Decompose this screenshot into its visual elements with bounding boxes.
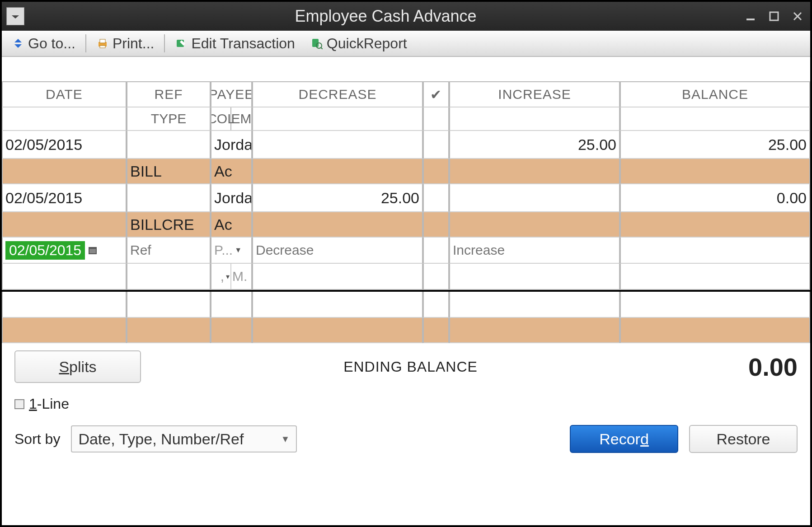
edit-icon (175, 37, 188, 50)
spacer-strip (2, 57, 810, 81)
record-button[interactable]: Record (570, 425, 678, 453)
entry-date-value[interactable]: 02/05/2015 (5, 241, 85, 260)
cell-date[interactable]: 02/05/2015 (2, 184, 127, 212)
oneline-checkbox[interactable] (14, 399, 24, 409)
col-check-sub (423, 107, 449, 131)
goto-label: Go to... (28, 35, 75, 52)
entry-decrease-sub (252, 264, 423, 290)
calendar-icon[interactable] (88, 245, 98, 255)
ref-input[interactable] (130, 243, 207, 258)
cell-increase[interactable]: 25.00 (449, 131, 620, 159)
table-row[interactable]: 02/05/2015 Jordan 25.00 0.00 (2, 184, 810, 212)
cell-decrease-sub (252, 159, 423, 184)
oneline-row: 1-Line (14, 396, 798, 412)
payee-input[interactable]: P... (214, 243, 233, 258)
col-decrease-header[interactable]: DECREASE (252, 82, 423, 107)
window-buttons (742, 8, 806, 24)
edit-transaction-button[interactable]: Edit Transaction (169, 33, 301, 54)
entry-col[interactable]: , ▾ (211, 264, 231, 289)
cell-check-sub (423, 212, 449, 238)
table-subrow[interactable]: BILLCRE Ac (2, 212, 810, 238)
empty-row (2, 292, 810, 318)
svg-rect-15 (89, 249, 96, 253)
col-decrease-sub (252, 107, 423, 131)
cell-date[interactable]: 02/05/2015 (2, 131, 127, 159)
window-title: Employee Cash Advance (29, 7, 742, 26)
entry-subrow[interactable]: , ▾ M. (2, 264, 810, 290)
col-date-sub (2, 107, 127, 131)
entry-ref[interactable] (127, 238, 211, 264)
cell-ref[interactable] (127, 184, 211, 212)
header-row: DATE REF PAYEE DECREASE ✔ INCREASE BALAN… (2, 82, 810, 107)
subheader-row: TYPE COL EM (2, 107, 810, 131)
cell-decrease-sub (252, 212, 423, 238)
entry-payee[interactable]: P... ▼ (211, 238, 252, 264)
increase-input[interactable] (453, 243, 616, 258)
cell-increase[interactable] (449, 184, 620, 212)
cell-col[interactable]: Ac (211, 212, 252, 238)
svg-marker-5 (14, 39, 22, 42)
entry-date[interactable]: 02/05/2015 (2, 238, 127, 264)
chevron-down-icon[interactable]: ▾ (226, 272, 230, 281)
entry-check[interactable] (423, 238, 449, 264)
cell-payee[interactable]: Jordan (211, 184, 252, 212)
col-increase-header[interactable]: INCREASE (449, 82, 620, 107)
svg-rect-2 (770, 12, 778, 20)
entry-decrease[interactable] (252, 238, 423, 264)
col-date-header[interactable]: DATE (2, 82, 127, 107)
titlebar: Employee Cash Advance (2, 2, 810, 31)
cell-decrease[interactable]: 25.00 (252, 184, 423, 212)
ending-balance-value: 0.00 (680, 352, 798, 382)
close-button[interactable] (789, 8, 806, 24)
col-increase-sub (449, 107, 620, 131)
entry-row[interactable]: 02/05/2015 P... ▼ (2, 238, 810, 264)
entry-check-sub (423, 264, 449, 290)
col-ref-header[interactable]: REF (127, 82, 211, 107)
table-row[interactable]: 02/05/2015 Jordan 25.00 25.00 (2, 131, 810, 159)
maximize-button[interactable] (766, 8, 782, 24)
entry-date-sub (2, 264, 127, 290)
cell-type[interactable]: BILL (127, 159, 211, 184)
svg-rect-8 (100, 39, 105, 43)
entry-em[interactable]: M. (231, 264, 251, 289)
system-menu-button[interactable] (6, 7, 24, 25)
toolbar: Go to... Print... Edit Transaction Quick… (2, 31, 810, 57)
col-check-header[interactable]: ✔ (423, 82, 449, 107)
decrease-input[interactable] (256, 243, 419, 258)
cell-ref[interactable] (127, 131, 211, 159)
quickreport-label: QuickReport (327, 35, 407, 52)
cell-type[interactable]: BILLCRE (127, 212, 211, 238)
cell-balance-sub (620, 159, 810, 184)
chevron-down-icon[interactable]: ▼ (235, 246, 242, 254)
col-em-header[interactable]: EM (231, 107, 251, 130)
entry-balance-sub (620, 264, 810, 290)
cell-check[interactable] (423, 131, 449, 159)
goto-button[interactable]: Go to... (5, 33, 82, 54)
col-payee-header[interactable]: PAYEE (211, 82, 252, 107)
empty-subrow (2, 318, 810, 343)
col-col-header[interactable]: COL (211, 107, 231, 130)
col-balance-header[interactable]: BALANCE (620, 82, 810, 107)
footer: Splits ENDING BALANCE 0.00 1-Line Sort b… (2, 343, 810, 462)
entry-col-em[interactable]: , ▾ M. (211, 264, 252, 290)
minimize-button[interactable] (742, 8, 759, 24)
cell-decrease[interactable] (252, 131, 423, 159)
sortby-select[interactable]: Date, Type, Number/Ref ▼ (71, 425, 297, 452)
footer-bottom: Sort by Date, Type, Number/Ref ▼ Record … (14, 425, 798, 453)
restore-button[interactable]: Restore (689, 425, 798, 453)
cell-date-sub (2, 212, 127, 238)
table-subrow[interactable]: BILL Ac (2, 159, 810, 184)
entry-type[interactable] (127, 264, 211, 290)
entry-increase[interactable] (449, 238, 620, 264)
oneline-label[interactable]: 1-Line (29, 396, 69, 412)
splits-button[interactable]: Splits (14, 350, 141, 383)
svg-line-13 (321, 47, 323, 49)
entry-increase-sub (449, 264, 620, 290)
col-type-header[interactable]: TYPE (127, 107, 211, 131)
cell-check[interactable] (423, 184, 449, 212)
footer-top: Splits ENDING BALANCE 0.00 (14, 350, 798, 383)
quickreport-button[interactable]: QuickReport (304, 33, 413, 54)
cell-col[interactable]: Ac (211, 159, 252, 184)
print-button[interactable]: Print... (90, 33, 160, 54)
cell-payee[interactable]: Jordan (211, 131, 252, 159)
